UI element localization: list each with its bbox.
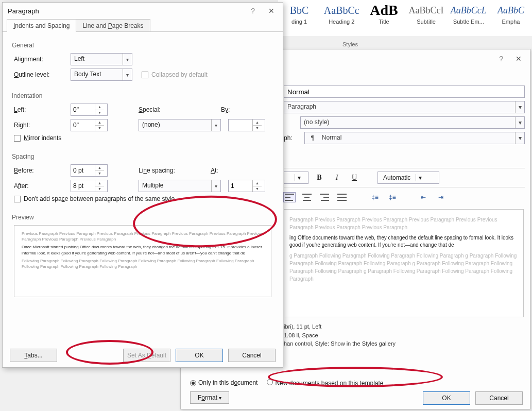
ok-button[interactable]: OK: [423, 391, 470, 405]
font-color-select[interactable]: Automatic▾: [377, 172, 439, 184]
paragraph-preview: Previous Paragraph Previous Paragraph Pr…: [14, 225, 271, 297]
style-based-on-select[interactable]: (no style) ▾: [300, 116, 525, 129]
align-row: ‡≡ ‡≡ ⇤ ⇥: [284, 193, 525, 202]
special-label: Special:: [139, 106, 195, 113]
style-type-select[interactable]: Paragraph ▾: [284, 101, 525, 113]
align-left-button[interactable]: [284, 193, 295, 202]
alignment-select[interactable]: Left ▾: [71, 53, 132, 65]
line-spacing-2-button[interactable]: ‡≡: [387, 193, 398, 202]
style-subtle-em[interactable]: AaBbCcL Subtle Em...: [448, 2, 490, 25]
align-right-button[interactable]: [319, 193, 330, 202]
dialog-body: General Alignment: Left ▾ Outline level:…: [3, 32, 283, 302]
special-select[interactable]: (none) ▾: [139, 119, 221, 131]
close-icon[interactable]: ✕: [512, 54, 525, 64]
indent-right-label: Right:: [14, 122, 71, 129]
section-preview: Preview: [12, 214, 271, 221]
dialog-tabs: Indents and Spacing Line and Page Breaks: [3, 19, 283, 32]
collapsed-checkbox: [142, 72, 148, 78]
style-subtitle[interactable]: AaBbCcI Subtitle: [405, 2, 448, 25]
underline-button[interactable]: U: [348, 172, 361, 184]
help-icon[interactable]: ?: [499, 55, 503, 63]
chevron-down-icon: ▾: [515, 117, 524, 128]
section-spacing: Spacing: [12, 153, 271, 160]
radio-row: Only in this document New documents base…: [181, 375, 530, 390]
after-spinner[interactable]: ▲▼: [71, 180, 108, 192]
style-emphasis[interactable]: AaBbC Empha: [490, 2, 532, 25]
spin-down-icon[interactable]: ▼: [95, 126, 104, 131]
ok-button[interactable]: OK: [176, 349, 223, 362]
spin-up-icon[interactable]: ▲: [253, 180, 262, 186]
style-preview: Paragraph Previous Paragraph Previous Pa…: [284, 209, 524, 317]
spin-up-icon[interactable]: ▲: [95, 104, 104, 110]
bold-button[interactable]: B: [313, 172, 326, 184]
before-label: Before:: [14, 167, 71, 174]
spin-down-icon[interactable]: ▼: [95, 171, 104, 177]
format-toolbar: ▾ B I U Automatic▾: [284, 168, 525, 187]
spin-up-icon[interactable]: ▲: [95, 180, 104, 186]
at-spinner[interactable]: ▲▼: [228, 180, 265, 192]
format-menu-button[interactable]: Format: [190, 391, 229, 404]
by-spinner[interactable]: ▲▼: [228, 119, 265, 131]
at-label: At:: [211, 167, 218, 174]
radio-new-template[interactable]: New documents based on this template: [267, 379, 383, 387]
dontadd-checkbox[interactable]: [14, 196, 21, 202]
align-center-button[interactable]: [301, 193, 313, 202]
dialog-buttons: Tabs... Set As Default OK Cancel: [3, 349, 283, 362]
help-icon[interactable]: ?: [251, 7, 255, 15]
chevron-down-icon: ▾: [515, 101, 524, 113]
indent-left-spinner[interactable]: ▲▼: [71, 104, 108, 116]
line-spacing-1-button[interactable]: ‡≡: [369, 193, 381, 202]
tabs-button[interactable]: Tabs...: [10, 349, 57, 362]
style-description: ibri), 11 pt, Left 1.08 li, Space han co…: [284, 322, 524, 348]
tab-indents-spacing[interactable]: Indents and Spacing: [7, 19, 76, 32]
close-icon[interactable]: ✕: [265, 6, 278, 16]
indent-right-spinner[interactable]: ▲▼: [71, 119, 108, 131]
align-justify-button[interactable]: [336, 193, 348, 202]
spin-up-icon[interactable]: ▲: [95, 165, 104, 171]
alignment-label: Alignment:: [14, 56, 71, 63]
font-size-select[interactable]: ▾: [284, 172, 308, 184]
line-spacing-label: Line spacing:: [139, 167, 195, 174]
style-following-select[interactable]: ¶ Normal ▾: [304, 132, 525, 144]
ribbon-styles: BbC ding 1 AaBbCc Heading 2 AdB Title Aa…: [278, 0, 532, 36]
radio-only-document[interactable]: Only in this document: [190, 379, 258, 386]
style-name-input[interactable]: [284, 85, 525, 98]
mirror-checkbox[interactable]: [14, 135, 21, 142]
increase-indent-button[interactable]: ⇥: [435, 193, 447, 202]
spin-up-icon[interactable]: ▲: [95, 119, 104, 126]
set-as-default-button[interactable]: Set As Default: [123, 349, 170, 362]
spin-up-icon[interactable]: ▲: [253, 119, 262, 126]
after-label: After:: [14, 182, 71, 190]
italic-button[interactable]: I: [330, 172, 344, 184]
radio-icon: [267, 379, 273, 385]
chevron-down-icon: ▾: [211, 119, 220, 131]
before-spinner[interactable]: ▲▼: [71, 164, 108, 177]
line-spacing-select[interactable]: Multiple ▾: [139, 180, 221, 192]
spin-down-icon[interactable]: ▼: [253, 126, 262, 131]
styles-group-label: Styles: [342, 41, 358, 47]
chevron-down-icon: ▾: [211, 180, 220, 192]
spin-down-icon[interactable]: ▼: [95, 110, 104, 116]
outline-label: Outline level:: [14, 71, 71, 78]
style-heading2[interactable]: AaBbCc Heading 2: [320, 2, 363, 25]
paragraph-dialog: Paragraph ? ✕ Indents and Spacing Line a…: [2, 2, 283, 368]
style-heading1[interactable]: BbC ding 1: [278, 2, 320, 25]
radio-icon: [190, 380, 196, 386]
style-title[interactable]: AdB Title: [363, 2, 405, 25]
tab-line-page-breaks[interactable]: Line and Page Breaks: [76, 19, 150, 32]
mirror-label: Mirror indents: [24, 134, 61, 142]
spin-down-icon[interactable]: ▼: [253, 186, 262, 192]
spin-down-icon[interactable]: ▼: [95, 186, 104, 192]
decrease-indent-button[interactable]: ⇤: [418, 193, 429, 202]
outline-select[interactable]: Body Text ▾: [71, 68, 132, 81]
section-general: General: [12, 42, 271, 49]
cancel-button[interactable]: Cancel: [228, 349, 276, 362]
dialog-title: Paragraph: [8, 7, 39, 15]
chevron-down-icon: ▾: [123, 69, 132, 80]
cancel-button[interactable]: Cancel: [475, 391, 523, 405]
chevron-down-icon: ▾: [515, 132, 524, 144]
section-indentation: Indentation: [12, 92, 271, 99]
dialog-titlebar: Paragraph ? ✕: [3, 3, 283, 19]
collapsed-label: Collapsed by default: [151, 71, 208, 78]
dontadd-label: Don't add space between paragraphs of th…: [24, 195, 175, 202]
